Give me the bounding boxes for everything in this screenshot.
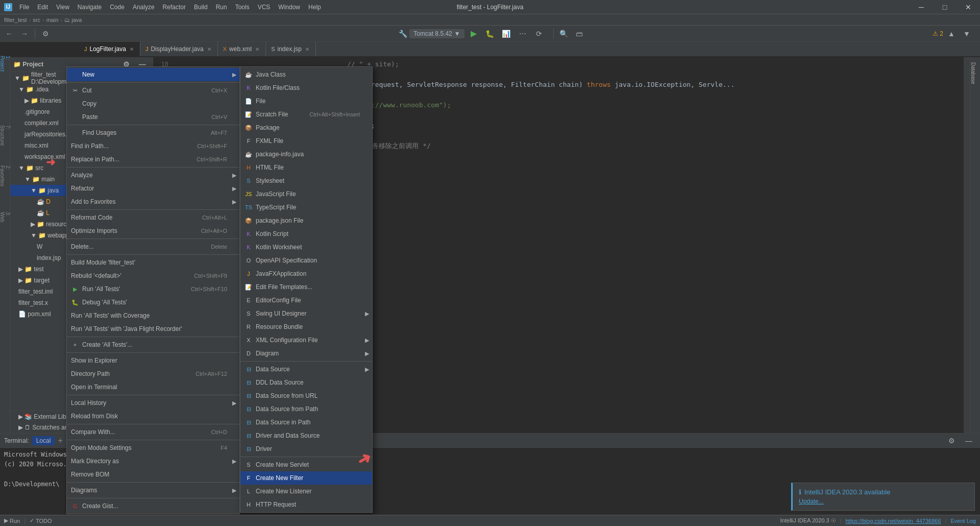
breadcrumb-src[interactable]: src [33, 17, 40, 23]
terminal-close[interactable]: — [962, 434, 976, 447]
submenu-fxml[interactable]: F FXML File [240, 134, 372, 148]
menu-code[interactable]: Code [106, 3, 129, 12]
find-button[interactable]: 🔍 [557, 27, 571, 40]
menu-analyze[interactable]: Analyze [129, 3, 159, 12]
toolbar-back[interactable]: ← [2, 27, 16, 40]
ctx-compare[interactable]: Compare With... Ctrl+D [67, 425, 239, 439]
menu-edit[interactable]: Edit [33, 3, 52, 12]
tab-close-webxml[interactable]: ✕ [254, 45, 260, 53]
ctx-find-path[interactable]: Find in Path... Ctrl+Shift+F [67, 139, 239, 153]
submenu-javafx[interactable]: J JavaFXApplication [240, 267, 372, 280]
run-config-dropdown[interactable]: Tomcat 8.5.42 ▼ [409, 29, 464, 38]
ctx-rebuild[interactable]: Rebuild '<default>' Ctrl+Shift+F9 [67, 269, 239, 282]
ctx-run-coverage[interactable]: Run 'All Tests' with Coverage [67, 309, 239, 322]
ctx-replace-path[interactable]: Replace in Path... Ctrl+Shift+R [67, 153, 239, 166]
tab-close-displayheader[interactable]: ✕ [206, 45, 212, 53]
ctx-cut[interactable]: ✂ Cut Ctrl+X [67, 84, 239, 97]
update-link[interactable]: Update... [799, 498, 824, 505]
menu-refactor[interactable]: Refactor [159, 3, 190, 12]
ctx-new[interactable]: New ▶ [67, 68, 239, 81]
ctx-module-settings[interactable]: Open Module Settings F4 [67, 441, 239, 455]
ctx-mark-dir[interactable]: Mark Directory as ▶ [67, 455, 239, 468]
toolbar-update[interactable]: ⟳ [532, 27, 546, 40]
toolbar-settings[interactable]: ⚙ [38, 27, 53, 40]
submenu-kotlin[interactable]: K Kotlin File/Class [240, 81, 372, 94]
submenu-html[interactable]: H HTML File [240, 161, 372, 174]
ctx-optimize[interactable]: Optimize Imports Ctrl+Alt+O [67, 224, 239, 237]
event-log[interactable]: Event Log [950, 518, 976, 524]
ctx-analyze[interactable]: Analyze ▶ [67, 169, 239, 182]
tab-indexjsp[interactable]: S index.jsp ✕ [266, 42, 316, 56]
submenu-kotlin-script[interactable]: K Kotlin Script [240, 227, 372, 241]
menu-navigate[interactable]: Navigate [74, 3, 106, 12]
submenu-kotlin-ws[interactable]: K Kotlin Worksheet [240, 241, 372, 254]
tab-close-indexjsp[interactable]: ✕ [304, 45, 310, 53]
ctx-open-terminal[interactable]: Open in Terminal [67, 380, 239, 394]
tab-logfilter[interactable]: J LogFilter.java ✕ [79, 42, 140, 56]
ctx-show-explorer[interactable]: Show in Explorer [67, 354, 239, 367]
submenu-scratch[interactable]: 📝 Scratch File Ctrl+Alt+Shift+Insert [240, 108, 372, 121]
submenu-swing[interactable]: S Swing UI Designer ▶ [240, 307, 372, 320]
todo-indicator[interactable]: ✓ TODO [30, 517, 52, 524]
maximize-button[interactable]: □ [933, 0, 957, 14]
submenu-package[interactable]: 📦 Package [240, 121, 372, 134]
menu-tools[interactable]: Tools [231, 3, 254, 12]
submenu-xml-config[interactable]: X XML Configuration File ▶ [240, 333, 372, 347]
ctx-create-tests[interactable]: + Create 'All Tests'... [67, 338, 239, 351]
submenu-create-listener[interactable]: L Create New Listener [240, 485, 372, 498]
ctx-add-favorites[interactable]: Add to Favorites ▶ [67, 195, 239, 208]
submenu-java-class[interactable]: ☕ Java Class [240, 68, 372, 81]
terminal-add[interactable]: + [58, 436, 62, 445]
ctx-dir-path[interactable]: Directory Path Ctrl+Alt+F12 [67, 367, 239, 380]
terminal-local-tab[interactable]: Local [32, 436, 55, 445]
ctx-refactor[interactable]: Refactor ▶ [67, 182, 239, 195]
submenu-ds-url[interactable]: ⊟ Data Source from URL [240, 389, 372, 402]
submenu-create-servlet[interactable]: S Create New Servlet [240, 458, 372, 471]
ctx-create-gist[interactable]: G Create Gist... [67, 499, 239, 513]
submenu-driver[interactable]: ⊟ Driver [240, 442, 372, 456]
menu-window[interactable]: Window [274, 3, 304, 12]
submenu-resource-bundle[interactable]: R Resource Bundle [240, 320, 372, 333]
menu-run[interactable]: Run [212, 3, 231, 12]
menu-file[interactable]: File [15, 3, 33, 12]
submenu-driver-ds[interactable]: ⊟ Driver and Data Source [240, 429, 372, 442]
terminal-settings[interactable]: ⚙ [944, 434, 959, 447]
ctx-run-jfr[interactable]: Run 'All Tests' with 'Java Flight Record… [67, 322, 239, 336]
submenu-css[interactable]: S Stylesheet [240, 174, 372, 187]
database-tab[interactable]: Database [970, 57, 976, 84]
submenu-ddl-datasource[interactable]: ⊟ DDL Data Source [240, 376, 372, 389]
breadcrumb-main[interactable]: main [46, 17, 59, 23]
toolbar-fwd[interactable]: → [17, 27, 32, 40]
ctx-build-module[interactable]: Build Module 'filter_test' [67, 256, 239, 269]
submenu-ts[interactable]: TS TypeScript File [240, 201, 372, 214]
minimize-button[interactable]: ─ [910, 0, 933, 14]
submenu-pkgjson[interactable]: 📦 package.json File [240, 214, 372, 227]
ctx-diagrams[interactable]: Diagrams ▶ [67, 484, 239, 497]
ctx-run-tests[interactable]: ▶ Run 'All Tests' Ctrl+Shift+F10 [67, 282, 239, 296]
breadcrumb-project[interactable]: filter_test [4, 17, 27, 23]
ctx-reformat[interactable]: Reformat Code Ctrl+Alt+L [67, 211, 239, 224]
submenu-edit-templates[interactable]: 📝 Edit File Templates... [240, 280, 372, 294]
debug-button[interactable]: 🐛 [483, 27, 497, 40]
breadcrumb-java[interactable]: 🗂 java [64, 17, 82, 23]
menu-vcs[interactable]: VCS [254, 3, 275, 12]
ctx-reload[interactable]: Reload from Disk [67, 410, 239, 423]
submenu-ds-inpath[interactable]: ⊟ Data Source in Path [240, 416, 372, 429]
submenu-js[interactable]: JS JavaScript File [240, 187, 372, 201]
submenu-datasource[interactable]: ⊟ Data Source ▶ [240, 363, 372, 376]
ctx-find-usages[interactable]: Find Usages Alt+F7 [67, 126, 239, 139]
more-run[interactable]: ⋯ [516, 27, 530, 40]
tab-close-logfilter[interactable]: ✕ [129, 45, 135, 53]
tab-webxml[interactable]: X web.xml ✕ [218, 42, 266, 56]
coverage-button[interactable]: 📊 [499, 27, 513, 40]
submenu-diagram[interactable]: D Diagram ▶ [240, 347, 372, 360]
submenu-openapi[interactable]: O OpenAPI Specification [240, 254, 372, 267]
ctx-debug-tests[interactable]: 🐛 Debug 'All Tests' [67, 296, 239, 309]
ctx-local-history[interactable]: Local History ▶ [67, 396, 239, 410]
menu-help[interactable]: Help [304, 3, 325, 12]
menu-view[interactable]: View [52, 3, 74, 12]
menu-build[interactable]: Build [190, 3, 212, 12]
submenu-pkg-info[interactable]: ☕ package-info.java [240, 148, 372, 161]
tab-displayheader[interactable]: J DisplayHeader.java ✕ [140, 42, 218, 56]
submenu-editorconfig[interactable]: E EditorConfig File [240, 294, 372, 307]
